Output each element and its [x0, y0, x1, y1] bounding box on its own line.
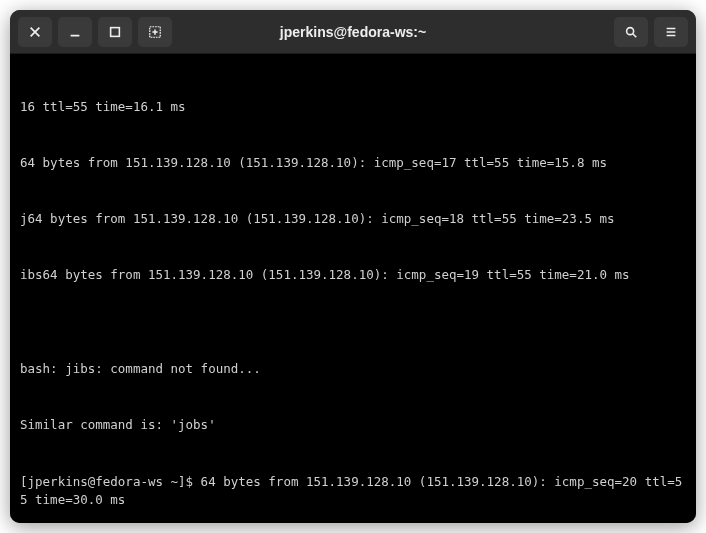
terminal-output[interactable]: 16 ttl=55 time=16.1 ms 64 bytes from 151… — [10, 54, 696, 523]
terminal-window: jperkins@fedora-ws:~ 16 ttl=55 time=16.1… — [10, 10, 696, 523]
close-button[interactable] — [18, 17, 52, 47]
new-tab-button[interactable] — [138, 17, 172, 47]
search-button[interactable] — [614, 17, 648, 47]
output-line: Similar command is: 'jobs' — [20, 416, 686, 435]
titlebar: jperkins@fedora-ws:~ — [10, 10, 696, 54]
output-line: 16 ttl=55 time=16.1 ms — [20, 98, 686, 117]
minimize-button[interactable] — [58, 17, 92, 47]
menu-button[interactable] — [654, 17, 688, 47]
maximize-button[interactable] — [98, 17, 132, 47]
svg-point-2 — [627, 27, 634, 34]
output-line: bash: jibs: command not found... — [20, 360, 686, 379]
output-line: j64 bytes from 151.139.128.10 (151.139.1… — [20, 210, 686, 229]
output-line: 64 bytes from 151.139.128.10 (151.139.12… — [20, 154, 686, 173]
output-line: ibs64 bytes from 151.139.128.10 (151.139… — [20, 266, 686, 285]
svg-rect-0 — [111, 27, 120, 36]
output-line: [jperkins@fedora-ws ~]$ 64 bytes from 15… — [20, 473, 686, 511]
